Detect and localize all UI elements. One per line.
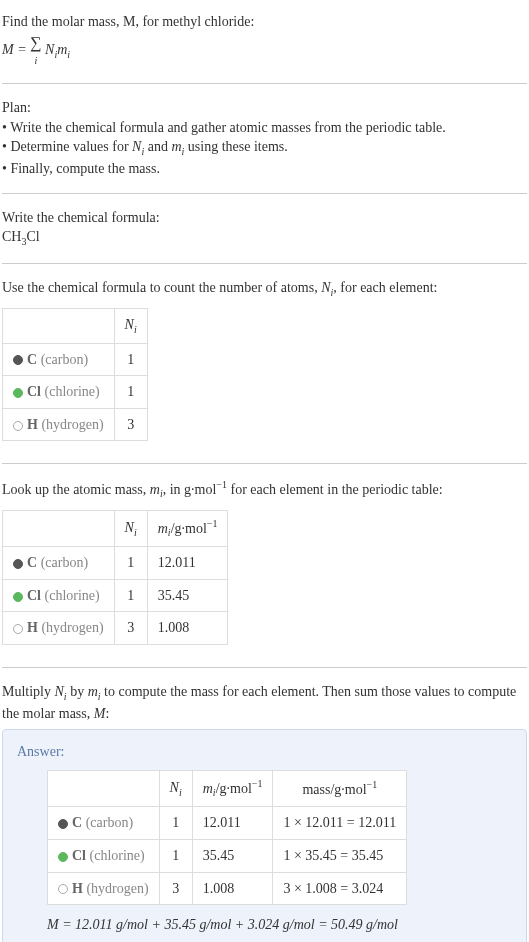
table-header-row: Ni mi/g·mol−1 mass/g·mol−1 bbox=[48, 771, 407, 807]
element-cell: C (carbon) bbox=[48, 807, 160, 840]
step1-section: Write the chemical formula: CH3Cl bbox=[2, 204, 527, 253]
table-header-m: mi/g·mol−1 bbox=[147, 510, 228, 546]
table-row: Cl (chlorine) 1 35.45 bbox=[3, 579, 228, 612]
step3-title: Look up the atomic mass, mi, in g·mol−1 … bbox=[2, 478, 527, 501]
element-dot-icon bbox=[13, 624, 23, 634]
m-value: 12.011 bbox=[147, 547, 228, 580]
plan-section: Plan: • Write the chemical formula and g… bbox=[2, 94, 527, 183]
n-value: 1 bbox=[114, 547, 147, 580]
n-value: 3 bbox=[114, 612, 147, 645]
atom-count-table: Ni C (carbon) 1 Cl (chlorine) 1 H (hydro… bbox=[2, 308, 148, 442]
formula-m: m bbox=[57, 42, 67, 57]
divider bbox=[2, 83, 527, 84]
table-header-row: Ni bbox=[3, 308, 148, 343]
divider bbox=[2, 193, 527, 194]
step2-section: Use the chemical formula to count the nu… bbox=[2, 274, 527, 453]
plan-bullet-1: • Write the chemical formula and gather … bbox=[2, 118, 527, 138]
divider bbox=[2, 463, 527, 464]
sigma-icon: ∑ bbox=[30, 34, 41, 51]
n-value: 1 bbox=[159, 807, 192, 840]
intro-line1: Find the molar mass, M, for methyl chlor… bbox=[2, 12, 527, 32]
table-row: H (hydrogen) 3 bbox=[3, 408, 148, 441]
mass-calc: 1 × 35.45 = 35.45 bbox=[273, 840, 407, 873]
answer-label: Answer: bbox=[17, 742, 512, 762]
element-cell: Cl (chlorine) bbox=[3, 376, 115, 409]
table-header-empty bbox=[48, 771, 160, 807]
table-header-n: Ni bbox=[159, 771, 192, 807]
m-value: 1.008 bbox=[147, 612, 228, 645]
element-cell: C (carbon) bbox=[3, 547, 115, 580]
formula-lhs: M bbox=[2, 42, 14, 57]
table-header-row: Ni mi/g·mol−1 bbox=[3, 510, 228, 546]
table-row: C (carbon) 1 12.011 bbox=[3, 547, 228, 580]
element-dot-icon bbox=[13, 421, 23, 431]
table-row: H (hydrogen) 3 1.008 bbox=[3, 612, 228, 645]
n-value: 1 bbox=[114, 579, 147, 612]
step1-title: Write the chemical formula: bbox=[2, 208, 527, 228]
table-header-empty bbox=[3, 308, 115, 343]
answer-table: Ni mi/g·mol−1 mass/g·mol−1 C (carbon) 1 … bbox=[47, 770, 407, 905]
step3-section: Look up the atomic mass, mi, in g·mol−1 … bbox=[2, 474, 527, 657]
plan-title: Plan: bbox=[2, 98, 527, 118]
table-header-empty bbox=[3, 510, 115, 546]
table-header-m: mi/g·mol−1 bbox=[192, 771, 273, 807]
chemical-formula: CH3Cl bbox=[2, 227, 527, 249]
n-value: 1 bbox=[114, 376, 147, 409]
formula-eq: = bbox=[14, 42, 30, 57]
element-dot-icon bbox=[13, 355, 23, 365]
final-answer: M = 12.011 g/mol + 35.45 g/mol + 3.024 g… bbox=[47, 915, 512, 935]
divider bbox=[2, 667, 527, 668]
table-header-n: Ni bbox=[114, 510, 147, 546]
m-value: 35.45 bbox=[192, 840, 273, 873]
formula-n: N bbox=[42, 42, 55, 57]
table-row: C (carbon) 1 bbox=[3, 343, 148, 376]
element-cell: H (hydrogen) bbox=[3, 408, 115, 441]
element-cell: Cl (chlorine) bbox=[3, 579, 115, 612]
divider bbox=[2, 263, 527, 264]
step4-title: Multiply Ni by mi to compute the mass fo… bbox=[2, 682, 527, 723]
table-row: Cl (chlorine) 1 bbox=[3, 376, 148, 409]
m-value: 12.011 bbox=[192, 807, 273, 840]
step4-section: Multiply Ni by mi to compute the mass fo… bbox=[2, 678, 527, 942]
element-cell: H (hydrogen) bbox=[3, 612, 115, 645]
sigma-sub: i bbox=[34, 55, 37, 66]
element-dot-icon bbox=[58, 884, 68, 894]
element-cell: Cl (chlorine) bbox=[48, 840, 160, 873]
table-row: H (hydrogen) 3 1.008 3 × 1.008 = 3.024 bbox=[48, 872, 407, 905]
table-row: C (carbon) 1 12.011 1 × 12.011 = 12.011 bbox=[48, 807, 407, 840]
mass-calc: 3 × 1.008 = 3.024 bbox=[273, 872, 407, 905]
plan-bullet-3: • Finally, compute the mass. bbox=[2, 159, 527, 179]
intro-formula: M = ∑i Nimi bbox=[2, 36, 527, 65]
element-cell: H (hydrogen) bbox=[48, 872, 160, 905]
answer-box: Answer: Ni mi/g·mol−1 mass/g·mol−1 C (ca… bbox=[2, 729, 527, 942]
n-value: 1 bbox=[114, 343, 147, 376]
mass-calc: 1 × 12.011 = 12.011 bbox=[273, 807, 407, 840]
table-header-n: Ni bbox=[114, 308, 147, 343]
plan-bullet-2: • Determine values for Ni and mi using t… bbox=[2, 137, 527, 159]
table-row: Cl (chlorine) 1 35.45 1 × 35.45 = 35.45 bbox=[48, 840, 407, 873]
element-dot-icon bbox=[58, 852, 68, 862]
element-cell: C (carbon) bbox=[3, 343, 115, 376]
element-dot-icon bbox=[13, 592, 23, 602]
element-dot-icon bbox=[13, 388, 23, 398]
n-value: 1 bbox=[159, 840, 192, 873]
atomic-mass-table: Ni mi/g·mol−1 C (carbon) 1 12.011 Cl (ch… bbox=[2, 510, 228, 645]
step2-title: Use the chemical formula to count the nu… bbox=[2, 278, 527, 300]
intro-section: Find the molar mass, M, for methyl chlor… bbox=[2, 8, 527, 73]
m-value: 1.008 bbox=[192, 872, 273, 905]
n-value: 3 bbox=[114, 408, 147, 441]
element-dot-icon bbox=[58, 819, 68, 829]
table-header-mass: mass/g·mol−1 bbox=[273, 771, 407, 807]
element-dot-icon bbox=[13, 559, 23, 569]
m-value: 35.45 bbox=[147, 579, 228, 612]
formula-m-sub: i bbox=[67, 48, 70, 59]
n-value: 3 bbox=[159, 872, 192, 905]
